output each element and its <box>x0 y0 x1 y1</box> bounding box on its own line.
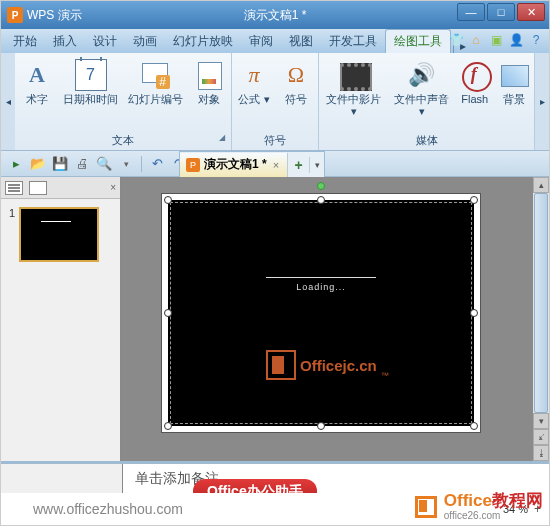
tab-animation[interactable]: 动画 <box>125 30 165 53</box>
watermark-text: Officejc.cn <box>300 357 377 374</box>
flash-button[interactable]: Flash <box>458 57 491 107</box>
scroll-thumb[interactable] <box>534 193 548 413</box>
maximize-button[interactable]: □ <box>487 3 515 21</box>
open-icon[interactable]: 📂 <box>29 155 47 173</box>
ribbon-group-label: 符号 <box>236 131 314 148</box>
preview-icon[interactable]: 🔍 <box>95 155 113 173</box>
background-button[interactable]: 背景 <box>497 57 530 107</box>
slide-view-icon[interactable] <box>29 181 47 195</box>
ribbon-tabs: 开始 插入 设计 动画 幻灯片放映 审阅 视图 开发工具 绘图工具 ▸ 👕 ⌂ … <box>1 29 549 53</box>
work-area: × 1 Loading... Officejc.c <box>1 177 549 461</box>
android-icon[interactable]: ▣ <box>489 33 503 47</box>
panel-view-tabs: × <box>1 177 120 199</box>
ribbon-group-media: 文件中影片 ▾ 🔊文件中声音 ▾ Flash 背景 媒体 <box>319 53 535 150</box>
watermark: Officejc.cn ™ <box>266 350 389 380</box>
minimize-button[interactable]: — <box>457 3 485 21</box>
resize-handle-tl[interactable] <box>164 196 172 204</box>
rotate-handle[interactable] <box>317 182 325 190</box>
resize-handle-mr[interactable] <box>470 309 478 317</box>
slide[interactable]: Loading... Officejc.cn ™ <box>161 193 481 433</box>
status-url: www.officezhushou.com <box>1 501 183 517</box>
tshirt-icon[interactable]: 👕 <box>449 33 463 47</box>
document-title: 演示文稿1 * <box>244 7 307 24</box>
doc-tab-close-icon[interactable]: × <box>271 159 281 171</box>
document-tab[interactable]: P 演示文稿1 * × <box>180 153 288 177</box>
ribbon-group-text: A术字 日期和时间 幻灯片编号 对象 文本◢ <box>15 53 232 150</box>
symbol-button[interactable]: Ω符号 <box>278 57 314 107</box>
undo-icon[interactable]: ↶ <box>148 155 166 173</box>
selection-outline <box>170 202 472 424</box>
office-logo-icon <box>412 493 440 521</box>
separator <box>141 156 142 172</box>
tab-menu-icon[interactable]: ▾ <box>310 160 324 170</box>
user-icon[interactable]: 👤 <box>509 33 523 47</box>
resize-handle-ml[interactable] <box>164 309 172 317</box>
equation-button[interactable]: π公式 ▾ <box>236 57 272 107</box>
doc-icon: P <box>186 158 200 172</box>
notes-placeholder[interactable]: 单击添加备注 <box>123 464 549 493</box>
tab-slideshow[interactable]: 幻灯片放映 <box>165 30 241 53</box>
resize-handle-br[interactable] <box>470 422 478 430</box>
document-tabs: P 演示文稿1 * × + ▾ <box>179 151 325 177</box>
slide-number-button[interactable]: 幻灯片编号 <box>126 57 185 107</box>
tab-developer[interactable]: 开发工具 <box>321 30 385 53</box>
vertical-scrollbar[interactable]: ▴ ▾ ⭹ ⭳ <box>533 177 549 461</box>
ribbon-group-label: 文本◢ <box>19 131 227 148</box>
ribbon-group-symbol: π公式 ▾ Ω符号 符号 <box>232 53 319 150</box>
new-icon[interactable]: ▸ <box>7 155 25 173</box>
ribbon-scroll-right[interactable]: ▸ <box>535 53 549 150</box>
resize-handle-bm[interactable] <box>317 422 325 430</box>
resize-handle-bl[interactable] <box>164 422 172 430</box>
movie-button[interactable]: 文件中影片 ▾ <box>323 57 385 119</box>
ribbon-group-label: 媒体 <box>323 131 530 148</box>
tab-view[interactable]: 视图 <box>281 30 321 53</box>
wordart-button[interactable]: A术字 <box>19 57 55 107</box>
panel-close-icon[interactable]: × <box>110 182 116 193</box>
new-tab-button[interactable]: + <box>288 157 310 173</box>
thumbnail-image <box>19 207 99 262</box>
object-button[interactable]: 对象 <box>191 57 227 107</box>
corner-watermark: Office教程网 office26.com <box>412 492 543 521</box>
slide-number: 1 <box>9 207 15 262</box>
corner-url: office26.com <box>444 510 543 521</box>
slide-canvas[interactable]: Loading... Officejc.cn ™ ▴ ▾ ⭹ ⭳ <box>121 177 549 461</box>
doc-tab-label: 演示文稿1 * <box>204 156 267 173</box>
sound-button[interactable]: 🔊文件中声音 ▾ <box>391 57 453 119</box>
flash-object[interactable]: Loading... Officejc.cn ™ <box>168 200 474 426</box>
scroll-up-icon[interactable]: ▴ <box>533 177 549 193</box>
tab-review[interactable]: 审阅 <box>241 30 281 53</box>
help-icon[interactable]: ? <box>529 33 543 47</box>
loading-text: Loading... <box>266 277 376 292</box>
save-icon[interactable]: 💾 <box>51 155 69 173</box>
tab-design[interactable]: 设计 <box>85 30 125 53</box>
date-time-button[interactable]: 日期和时间 <box>61 57 120 107</box>
title-bar: P WPS 演示 演示文稿1 * — □ ✕ <box>1 1 549 29</box>
tab-home[interactable]: 开始 <box>5 30 45 53</box>
outline-view-icon[interactable] <box>5 181 23 195</box>
prev-slide-icon[interactable]: ⭹ <box>533 429 549 445</box>
close-button[interactable]: ✕ <box>517 3 545 21</box>
qat-dropdown-icon[interactable]: ▾ <box>117 155 135 173</box>
app-icon: P <box>7 7 23 23</box>
print-icon[interactable]: 🖨 <box>73 155 91 173</box>
scroll-down-icon[interactable]: ▾ <box>533 413 549 429</box>
ribbon: ◂ A术字 日期和时间 幻灯片编号 对象 文本◢ π公式 ▾ Ω符号 符号 文件… <box>1 53 549 151</box>
resize-handle-tm[interactable] <box>317 196 325 204</box>
tab-drawing-tools[interactable]: 绘图工具 <box>385 29 451 53</box>
resize-handle-tr[interactable] <box>470 196 478 204</box>
slide-thumbnail[interactable]: 1 <box>9 207 112 262</box>
thumbnail-panel: × 1 <box>1 177 121 461</box>
next-slide-icon[interactable]: ⭳ <box>533 445 549 461</box>
office-logo-icon <box>266 350 296 380</box>
trademark-icon: ™ <box>381 371 389 380</box>
tab-insert[interactable]: 插入 <box>45 30 85 53</box>
ribbon-scroll-left[interactable]: ◂ <box>1 53 15 150</box>
home-icon[interactable]: ⌂ <box>469 33 483 47</box>
app-name: WPS 演示 <box>27 7 82 24</box>
